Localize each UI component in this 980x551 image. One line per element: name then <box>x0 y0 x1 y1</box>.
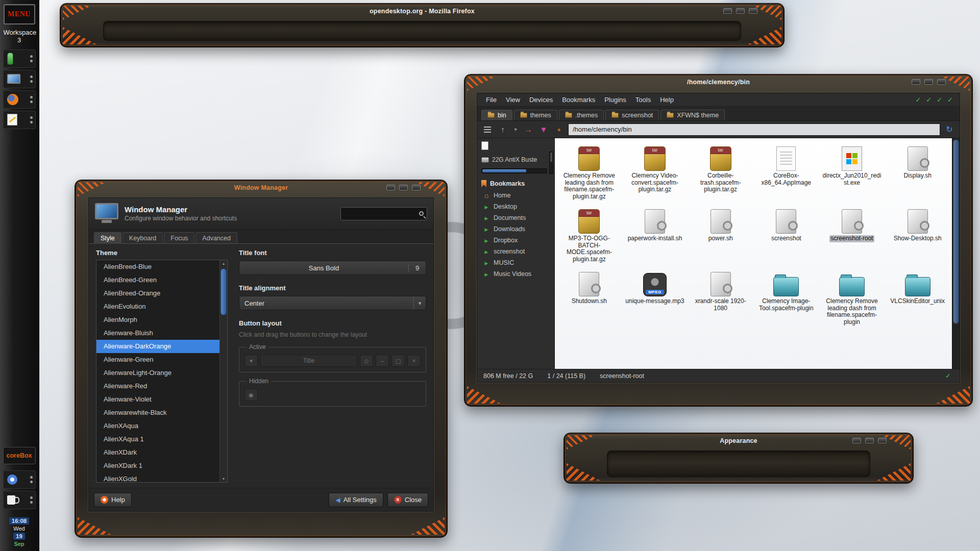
scrollbar-thumb[interactable] <box>482 169 526 172</box>
close-button[interactable] <box>412 185 421 190</box>
settings-tab[interactable]: Focus <box>164 232 194 243</box>
file-item[interactable]: VLCSkinEditor_unix <box>885 269 950 325</box>
settings-tab[interactable]: Keyboard <box>122 232 163 243</box>
help-button[interactable]: Help <box>94 493 132 507</box>
launcher-green-app[interactable] <box>3 49 36 68</box>
folder-tab[interactable]: screenshot <box>605 110 659 120</box>
all-settings-button[interactable]: ◀ All Settings <box>329 493 383 507</box>
theme-item[interactable]: AlienMorph <box>96 313 219 327</box>
bookmark-item[interactable]: screenshot <box>477 246 554 257</box>
theme-item[interactable]: AlienBreed-Green <box>96 273 219 287</box>
scrollbar-thumb[interactable] <box>220 268 227 315</box>
minimize-button[interactable] <box>386 185 395 190</box>
file-item[interactable]: MP3-TO-OGG-BATCH-MODE.spacefm-plugin.tar… <box>557 206 622 263</box>
theme-item[interactable]: Alienware-DarkOrange <box>96 340 219 353</box>
file-item[interactable]: Corbeille-trash.spacefm-plugin.tar.gz <box>688 143 753 200</box>
theme-item[interactable]: AlienXDark <box>96 446 219 459</box>
scroll-up-icon[interactable]: ▴ <box>220 261 227 266</box>
file-item[interactable]: screenshot-root <box>820 206 885 263</box>
launcher-display-app[interactable] <box>3 70 36 88</box>
launcher-notes-app[interactable] <box>3 111 36 129</box>
file-item[interactable]: screenshot <box>754 206 819 263</box>
refresh-button[interactable]: ↻ <box>943 123 955 136</box>
close-button[interactable] <box>878 438 887 443</box>
theme-list-scrollbar[interactable]: ▴ ▾ <box>219 260 227 482</box>
theme-item[interactable]: AlienwareLight-Orange <box>96 366 219 380</box>
window-title[interactable]: opendesktop.org - Mozilla Firefox <box>106 8 738 15</box>
launcher-utility-app[interactable] <box>3 470 36 489</box>
title-drag-area[interactable]: Title <box>260 355 357 367</box>
theme-item[interactable]: Alienwarewhite-Black <box>96 406 219 419</box>
file-item[interactable]: CoreBox-x86_64.AppImage <box>754 143 819 200</box>
menu-item[interactable]: Devices <box>525 93 557 107</box>
settings-tab[interactable]: Advanced <box>195 232 237 243</box>
folder-tab[interactable]: XFWN$ theme <box>660 110 725 120</box>
device-item[interactable]: 22G AntiX Buste <box>477 154 554 165</box>
hidden-window-button[interactable]: ◉ <box>244 389 258 401</box>
file-item[interactable]: directx_Jun2010_redist.exe <box>820 143 885 200</box>
folder-tab[interactable]: themes <box>514 110 557 120</box>
search-field[interactable] <box>340 207 427 220</box>
theme-item[interactable]: AlienXAqua 1 <box>96 433 219 446</box>
folder-tab[interactable]: bin <box>481 110 512 120</box>
theme-item[interactable]: AlienBreed-Blue <box>96 260 219 273</box>
file-item[interactable]: Clemency Remove leading dash from filena… <box>820 269 885 325</box>
bookmark-item[interactable]: Music Videos <box>477 268 554 280</box>
check-icon[interactable]: ✓ <box>915 96 921 104</box>
bookmark-item[interactable]: Dropbox <box>477 235 554 246</box>
check-icon[interactable]: ✓ <box>947 96 953 104</box>
close-button[interactable]: × <box>407 355 421 367</box>
maximize-button[interactable] <box>924 79 933 85</box>
file-item[interactable]: Display.sh <box>885 143 950 200</box>
file-item[interactable]: Clemency Video-convert.spacefm-plugin.ta… <box>623 143 688 200</box>
minimize-button[interactable] <box>852 438 861 443</box>
menu-item[interactable]: File <box>481 93 501 107</box>
minimize-button[interactable] <box>912 79 920 85</box>
close-dialog-button[interactable]: × Close <box>387 493 428 507</box>
bookmark-item[interactable]: MUSIC <box>477 257 554 268</box>
menu-button[interactable]: MENU <box>4 4 35 24</box>
menu-item[interactable]: Help <box>655 93 678 107</box>
file-item[interactable]: paperwork-install.sh <box>623 206 688 263</box>
settings-tab[interactable]: Style <box>94 232 121 244</box>
menu-item[interactable]: Plugins <box>600 93 631 107</box>
bookmark-item[interactable]: Desktop <box>477 201 554 212</box>
theme-item[interactable]: AlienXAqua <box>96 419 219 433</box>
theme-item[interactable]: AlienBreed-Orange <box>96 287 219 300</box>
go-up-button[interactable]: ↑ <box>497 123 509 136</box>
file-list-scrollbar[interactable] <box>952 138 960 369</box>
file-item[interactable]: power.sh <box>688 206 753 263</box>
window-menu-button[interactable]: ▾ <box>244 355 258 367</box>
launcher-mug-app[interactable] <box>3 491 36 509</box>
minimize-button[interactable] <box>723 8 732 14</box>
file-item[interactable]: Shutdown.sh <box>557 269 622 325</box>
launcher-firefox[interactable] <box>3 90 36 109</box>
file-item[interactable]: unique-message.mp3 <box>623 269 688 325</box>
menu-item[interactable]: Bookmarks <box>557 93 600 107</box>
check-icon[interactable]: ✓ <box>926 96 932 104</box>
go-forward-button[interactable]: → <box>522 123 534 136</box>
theme-item[interactable]: Alienware-Green <box>96 353 219 366</box>
mount-button[interactable]: ● <box>553 123 565 136</box>
bookmark-item[interactable]: Downloads <box>477 223 554 235</box>
theme-item[interactable]: Alienware-Red <box>96 380 219 393</box>
theme-item[interactable]: Alienware-Bluish <box>96 327 219 340</box>
file-item[interactable]: xrandr-scale 1920-1080 <box>688 269 753 325</box>
file-item[interactable]: Show-Desktop.sh <box>885 206 950 263</box>
window-title[interactable]: /home/clemency/bin <box>510 79 926 86</box>
search-input[interactable] <box>344 210 419 217</box>
scrollbar-thumb[interactable] <box>953 139 959 324</box>
maximize-button[interactable] <box>736 8 745 14</box>
maximize-button[interactable] <box>865 438 874 443</box>
close-button[interactable] <box>937 79 946 85</box>
maximize-button[interactable]: ▢ <box>391 355 405 367</box>
theme-item[interactable]: AlienEvolution <box>96 300 219 313</box>
bookmark-item[interactable]: Documents <box>477 212 554 223</box>
file-item[interactable]: Clemency Image-Tool.spacefm-plugin <box>754 269 819 325</box>
bookmark-item[interactable]: Home <box>477 190 554 201</box>
corebox-button[interactable]: coreBox <box>3 447 36 464</box>
theme-item[interactable]: AlienXDark 1 <box>96 459 219 472</box>
eject-button[interactable]: ▼ <box>537 123 550 136</box>
menu-item[interactable]: View <box>501 93 525 107</box>
theme-item[interactable]: Alienware-Violet <box>96 393 219 406</box>
